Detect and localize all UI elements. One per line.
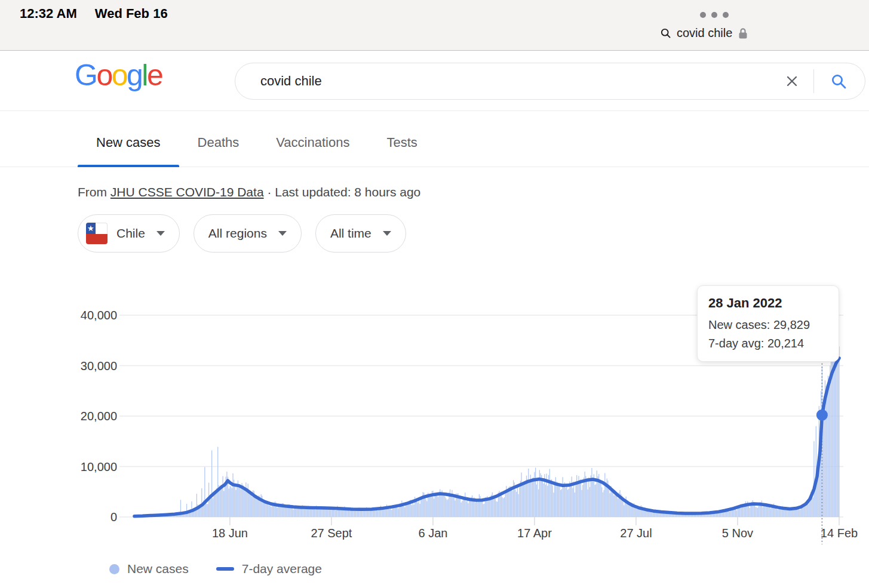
status-time: 12:32 AM — [20, 6, 77, 21]
legend-new-cases: New cases — [109, 562, 189, 576]
chart-legend: New cases 7-day average — [109, 562, 322, 576]
search-box[interactable] — [235, 63, 865, 100]
svg-text:0: 0 — [110, 510, 117, 524]
logo-letter: g — [127, 59, 142, 92]
svg-text:10,000: 10,000 — [81, 460, 117, 473]
search-divider — [813, 69, 814, 93]
lock-icon — [738, 27, 748, 39]
region-filter-chip[interactable]: All regions — [194, 214, 302, 253]
search-submit-button[interactable] — [831, 73, 847, 90]
search-header: Google — [0, 51, 869, 111]
last-updated-text: Last updated: 8 hours ago — [275, 185, 420, 199]
logo-letter: l — [142, 59, 147, 92]
chevron-down-icon — [278, 231, 287, 236]
search-input[interactable] — [235, 73, 785, 89]
logo-letter: o — [112, 59, 127, 92]
country-filter-chip[interactable]: ★ Chile — [78, 214, 180, 253]
tab-vaccinations[interactable]: Vaccinations — [257, 111, 368, 167]
chip-label: All time — [330, 226, 371, 241]
tooltip-date: 28 Jan 2022 — [708, 295, 828, 311]
legend-label: New cases — [127, 562, 189, 576]
legend-label: 7-day average — [242, 562, 322, 576]
tooltip-avg: 7-day avg: 20,214 — [708, 334, 828, 353]
source-link[interactable]: JHU CSSE COVID-19 Data — [110, 185, 264, 199]
clear-search-button[interactable] — [785, 74, 799, 88]
tab-new-cases[interactable]: New cases — [78, 111, 179, 167]
source-line: From JHU CSSE COVID-19 Data · Last updat… — [78, 185, 869, 199]
svg-text:6 Jan: 6 Jan — [418, 527, 447, 540]
source-separator: · — [264, 185, 275, 199]
svg-text:18 Jun: 18 Jun — [212, 527, 248, 540]
chevron-down-icon — [383, 231, 391, 236]
chevron-down-icon — [156, 231, 165, 236]
clear-icon — [785, 74, 799, 88]
time-filter-chip[interactable]: All time — [315, 214, 406, 253]
metric-tabs: New cases Deaths Vaccinations Tests — [0, 111, 869, 167]
chip-label: Chile — [116, 226, 145, 241]
logo-letter: e — [147, 59, 162, 92]
svg-text:27 Jul: 27 Jul — [620, 527, 652, 540]
chile-flag-icon: ★ — [86, 223, 108, 244]
svg-text:27 Sept: 27 Sept — [311, 527, 352, 540]
logo-letter: G — [75, 59, 96, 92]
status-date: Wed Feb 16 — [95, 6, 168, 21]
google-logo[interactable]: Google — [75, 58, 162, 93]
chart-tooltip: 28 Jan 2022 New cases: 29,829 7-day avg:… — [697, 285, 839, 362]
browser-tab[interactable]: covid chile — [661, 26, 748, 40]
tooltip-new-cases: New cases: 29,829 — [708, 316, 828, 334]
new-cases-swatch-icon — [109, 564, 119, 574]
browser-tab-title: covid chile — [677, 26, 732, 40]
status-bar: 12:32 AM Wed Feb 16 covid chile — [0, 0, 869, 51]
svg-text:14 Feb: 14 Feb — [821, 527, 858, 540]
tab-tests[interactable]: Tests — [368, 111, 435, 167]
svg-text:17 Apr: 17 Apr — [517, 527, 552, 540]
legend-7day-average: 7-day average — [216, 562, 322, 576]
logo-letter: o — [96, 59, 111, 92]
svg-text:20,000: 20,000 — [81, 410, 117, 423]
svg-text:30,000: 30,000 — [81, 359, 117, 372]
status-left: 12:32 AM Wed Feb 16 — [20, 6, 168, 21]
filter-chips: ★ Chile All regions All time — [78, 214, 869, 253]
search-icon — [831, 73, 847, 90]
search-icon — [661, 28, 671, 38]
page: 12:32 AM Wed Feb 16 covid chile Google — [0, 0, 869, 588]
chip-label: All regions — [208, 226, 267, 241]
tab-overflow-dots-icon[interactable] — [700, 12, 729, 18]
svg-text:40,000: 40,000 — [81, 309, 117, 322]
average-line-swatch-icon — [216, 567, 234, 571]
svg-text:5 Nov: 5 Nov — [722, 527, 753, 540]
tab-deaths[interactable]: Deaths — [179, 111, 258, 167]
source-prefix: From — [78, 185, 110, 199]
